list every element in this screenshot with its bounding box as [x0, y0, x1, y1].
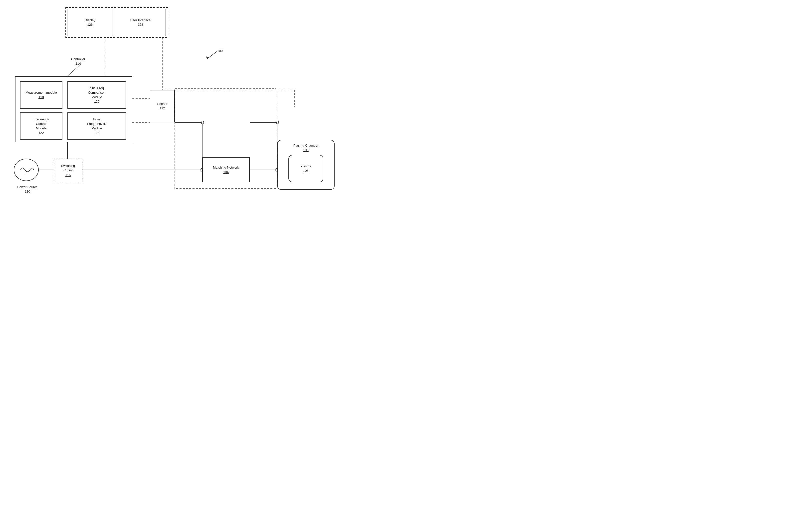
plasma-chamber-box: Plasma Chamber 108 Plasma 106: [277, 140, 334, 190]
controller-label: Controller 114: [71, 57, 85, 66]
svg-point-7: [201, 121, 204, 124]
power-source-label: Power Source 110: [14, 185, 41, 194]
sensor-box: Sensor 112: [150, 90, 175, 122]
display-box: Display 126: [67, 9, 113, 36]
frequency-control-label: Frequency Control Module 122: [34, 117, 49, 135]
initial-freq-id-label: Initial Frequency ID Module 124: [87, 117, 107, 135]
matching-network-box: Matching Network 104: [202, 157, 250, 182]
matching-network-label: Matching Network 104: [213, 165, 239, 174]
user-interface-label: User Interface 128: [130, 18, 151, 27]
measurement-module-label: Measurement module 118: [25, 90, 57, 99]
power-source-symbol: [14, 158, 39, 181]
initial-freq-comparison-label: Initial Freq. Comparison Module 120: [88, 86, 105, 104]
svg-line-24: [207, 51, 217, 59]
diagram: 100 Controller 114 Measurement module 11…: [0, 0, 404, 266]
sensor-label: Sensor 112: [157, 102, 167, 111]
user-interface-box: User Interface 128: [115, 9, 166, 36]
switching-circuit-box: Switching Circuit 116: [54, 158, 82, 182]
measurement-module-box: Measurement module 118: [20, 81, 62, 109]
svg-point-9: [276, 121, 278, 124]
frequency-control-box: Frequency Control Module 122: [20, 112, 62, 140]
display-label: Display 126: [85, 18, 95, 27]
plasma-chamber-label: Plasma Chamber 108: [278, 144, 334, 152]
switching-circuit-label: Switching Circuit 116: [61, 164, 75, 177]
plasma-inner-box: Plasma 106: [288, 155, 323, 182]
initial-freq-comparison-box: Initial Freq. Comparison Module 120: [68, 81, 126, 109]
initial-freq-id-box: Initial Frequency ID Module 124: [68, 112, 126, 140]
plasma-label: Plasma 106: [301, 164, 311, 173]
